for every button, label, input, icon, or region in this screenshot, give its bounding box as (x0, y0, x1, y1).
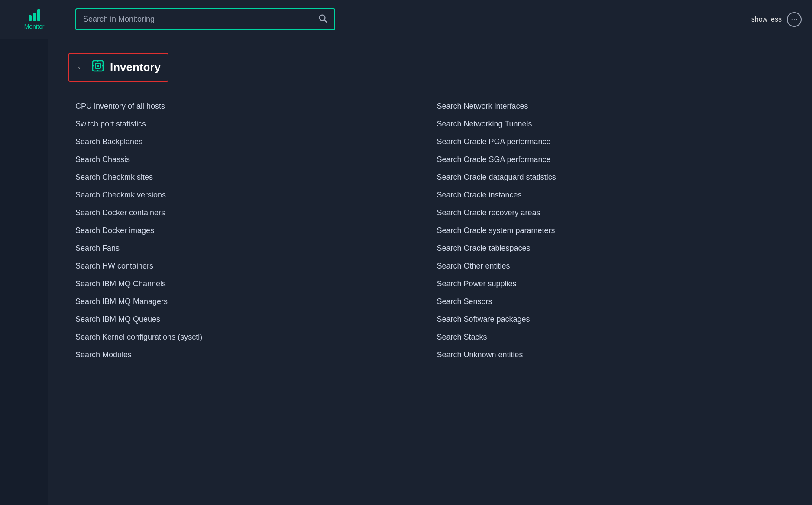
main-content: ← Inventory CPU inventory of all hostsSw… (48, 39, 812, 505)
list-item[interactable]: Search Software packages (430, 311, 792, 328)
list-item[interactable]: Search Checkmk sites (68, 168, 430, 186)
list-item[interactable]: Search Kernel configurations (sysctl) (68, 328, 430, 346)
list-item[interactable]: Search Oracle SGA performance (430, 151, 792, 168)
back-button[interactable]: ← (76, 62, 86, 73)
list-item[interactable]: Search Sensors (430, 293, 792, 311)
list-item[interactable]: Search Oracle PGA performance (430, 133, 792, 151)
logo-area: Monitor (10, 9, 58, 30)
search-box[interactable] (75, 8, 335, 30)
list-item[interactable]: Search Docker containers (68, 204, 430, 222)
list-item[interactable]: Search Unknown entities (430, 346, 792, 364)
left-column: CPU inventory of all hostsSwitch port st… (68, 97, 430, 364)
list-item[interactable]: Search Checkmk versions (68, 186, 430, 204)
list-item[interactable]: Search Fans (68, 240, 430, 257)
list-item[interactable]: Search IBM MQ Managers (68, 293, 430, 311)
list-item[interactable]: Search Oracle dataguard statistics (430, 168, 792, 186)
list-item[interactable]: CPU inventory of all hosts (68, 97, 430, 115)
sidebar (0, 39, 48, 505)
page-title: Inventory (110, 61, 161, 74)
list-item[interactable]: Search Oracle system parameters (430, 222, 792, 240)
list-item[interactable]: Search Chassis (68, 151, 430, 168)
list-item[interactable]: Search IBM MQ Channels (68, 275, 430, 293)
right-column: Search Network interfacesSearch Networki… (430, 97, 792, 364)
search-input[interactable] (83, 15, 314, 24)
layout: ← Inventory CPU inventory of all hostsSw… (0, 39, 812, 505)
header-right: show less ⋯ (751, 12, 802, 27)
list-item[interactable]: Search HW containers (68, 257, 430, 275)
logo-icon (29, 9, 40, 21)
items-grid: CPU inventory of all hostsSwitch port st… (68, 97, 791, 364)
list-item[interactable]: Search Stacks (430, 328, 792, 346)
list-item[interactable]: Search Network interfaces (430, 97, 792, 115)
header: Monitor show less ⋯ (0, 0, 812, 39)
page-header: ← Inventory (68, 53, 168, 82)
show-less-button[interactable]: show less (751, 16, 782, 23)
search-container (75, 8, 335, 30)
list-item[interactable]: Switch port statistics (68, 115, 430, 133)
inventory-icon (91, 59, 105, 76)
list-item[interactable]: Search Modules (68, 346, 430, 364)
list-item[interactable]: Search Oracle recovery areas (430, 204, 792, 222)
list-item[interactable]: Search Oracle instances (430, 186, 792, 204)
svg-point-8 (97, 65, 99, 67)
list-item[interactable]: Search Networking Tunnels (430, 115, 792, 133)
svg-line-1 (324, 20, 327, 22)
search-icon (318, 13, 327, 25)
list-item[interactable]: Search Docker images (68, 222, 430, 240)
list-item[interactable]: Search IBM MQ Queues (68, 311, 430, 328)
logo-text[interactable]: Monitor (24, 23, 45, 30)
list-item[interactable]: Search Oracle tablespaces (430, 240, 792, 257)
list-item[interactable]: Search Backplanes (68, 133, 430, 151)
list-item[interactable]: Search Other entities (430, 257, 792, 275)
list-item[interactable]: Search Power supplies (430, 275, 792, 293)
more-options-button[interactable]: ⋯ (787, 12, 802, 27)
